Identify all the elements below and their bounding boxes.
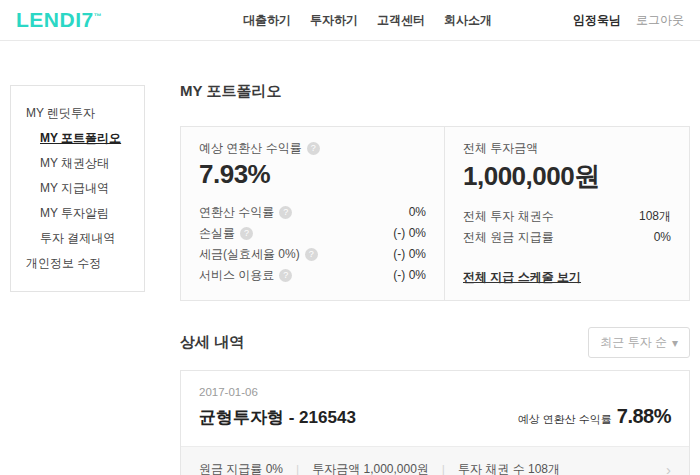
footer-separator: |: [442, 463, 445, 475]
loss-rate-value: (-) 0%: [393, 223, 426, 244]
sidebar-item-invest-settlements[interactable]: 투자 결제내역: [26, 226, 144, 251]
principal-paid-value: 0%: [654, 227, 671, 248]
service-fee-value: (-) 0%: [393, 265, 426, 286]
tax-label: 세금(실효세율 0%): [199, 244, 300, 265]
chevron-right-icon[interactable]: ›: [666, 464, 671, 475]
investment-yield-value: 7.88%: [617, 405, 671, 427]
loss-rate-label: 손실률: [199, 223, 235, 244]
total-amount-value: 1,000,000원: [463, 159, 671, 194]
sidebar-item-my-note-status[interactable]: MY 채권상태: [26, 151, 144, 176]
lendit-logo[interactable]: LENDI7™: [16, 8, 102, 32]
expected-yield-label: 예상 연환산 수익률: [199, 141, 302, 155]
yield-column: 예상 연환산 수익률 ? 7.93% 연환산 수익률 ? 0% 손실률 ?: [181, 127, 444, 300]
help-icon[interactable]: ?: [279, 269, 292, 282]
tax-row: 세금(실효세율 0%) ? (-) 0%: [199, 244, 426, 265]
sort-dropdown-button[interactable]: 최근 투자 순 ▾: [588, 327, 690, 358]
tax-value: (-) 0%: [393, 244, 426, 265]
annualized-yield-value: 0%: [409, 202, 426, 223]
sort-dropdown-label: 최근 투자 순: [600, 334, 667, 351]
service-fee-row: 서비스 이용료 ? (-) 0%: [199, 265, 426, 286]
main-column: MY 포트폴리오 예상 연환산 수익률 ? 7.93% 연환산 수익률 ? 0%: [180, 41, 690, 475]
trademark-mark: ™: [94, 12, 103, 21]
investment-title[interactable]: 균형투자형 - 216543: [199, 406, 356, 429]
user-area: 임정욱님 로그아웃: [573, 12, 684, 29]
payment-schedule-link[interactable]: 전체 지급 스케줄 보기: [463, 269, 581, 286]
nav-item-invest[interactable]: 투자하기: [310, 12, 358, 29]
help-icon[interactable]: ?: [279, 206, 292, 219]
loss-rate-row: 손실률 ? (-) 0%: [199, 223, 426, 244]
help-icon[interactable]: ?: [305, 248, 318, 261]
sidebar: MY 렌딧투자 MY 포트폴리오 MY 채권상태 MY 지급내역 MY 투자알림…: [10, 85, 145, 292]
sidebar-item-my-portfolio[interactable]: MY 포트폴리오: [26, 126, 144, 151]
user-name[interactable]: 임정욱님: [573, 12, 621, 29]
footer-note-count: 투자 채권 수 108개: [458, 461, 560, 475]
investment-date: 2017-01-06: [199, 386, 356, 398]
page-title: MY 포트폴리오: [180, 82, 690, 101]
principal-paid-row: 전체 원금 지급률 0%: [463, 227, 671, 248]
main-nav: 대출하기 투자하기 고객센터 회사소개: [243, 12, 492, 29]
investment-yield: 예상 연환산 수익률7.88%: [518, 405, 671, 429]
investment-card-footer[interactable]: 원금 지급률 0% | 투자금액 1,000,000원 | 투자 채권 수 10…: [181, 446, 689, 475]
page-content: MY 렌딧투자 MY 포트폴리오 MY 채권상태 MY 지급내역 MY 투자알림…: [0, 41, 700, 475]
annualized-yield-label: 연환산 수익률: [199, 202, 274, 223]
sidebar-item-my-invest-alerts[interactable]: MY 투자알림: [26, 201, 144, 226]
nav-item-about[interactable]: 회사소개: [444, 12, 492, 29]
investment-card: 2017-01-06 균형투자형 - 216543 예상 연환산 수익률7.88…: [180, 370, 690, 475]
nav-item-loan[interactable]: 대출하기: [243, 12, 291, 29]
top-navbar: LENDI7™ 대출하기 투자하기 고객센터 회사소개 임정욱님 로그아웃: [0, 0, 700, 41]
total-notes-label: 전체 투자 채권수: [463, 206, 554, 227]
portfolio-summary-box: 예상 연환산 수익률 ? 7.93% 연환산 수익률 ? 0% 손실률 ?: [180, 126, 690, 301]
annualized-yield-row: 연환산 수익률 ? 0%: [199, 202, 426, 223]
principal-paid-label: 전체 원금 지급률: [463, 227, 554, 248]
nav-item-support[interactable]: 고객센터: [377, 12, 425, 29]
chevron-down-icon: ▾: [672, 336, 678, 350]
investment-card-top: 2017-01-06 균형투자형 - 216543 예상 연환산 수익률7.88…: [181, 371, 689, 446]
sidebar-item-my-lendit-invest[interactable]: MY 렌딧투자: [26, 101, 144, 126]
total-notes-value: 108개: [639, 206, 671, 227]
total-amount-label: 전체 투자금액: [463, 141, 538, 155]
footer-invested-amount: 투자금액 1,000,000원: [312, 461, 429, 475]
total-amount-label-row: 전체 투자금액: [463, 141, 671, 155]
investment-yield-label: 예상 연환산 수익률: [518, 413, 612, 425]
logout-link[interactable]: 로그아웃: [636, 12, 684, 29]
footer-separator: |: [296, 463, 299, 475]
expected-yield-value: 7.93%: [199, 159, 426, 190]
help-icon[interactable]: ?: [307, 142, 320, 155]
sidebar-item-edit-profile[interactable]: 개인정보 수정: [26, 251, 144, 276]
amount-column: 전체 투자금액 1,000,000원 전체 투자 채권수 108개 전체 원금 …: [444, 127, 689, 300]
footer-principal-paid: 원금 지급률 0%: [199, 461, 283, 475]
total-notes-row: 전체 투자 채권수 108개: [463, 206, 671, 227]
details-title: 상세 내역: [180, 333, 244, 352]
service-fee-label: 서비스 이용료: [199, 265, 274, 286]
help-icon[interactable]: ?: [240, 227, 253, 240]
expected-yield-label-row: 예상 연환산 수익률 ?: [199, 141, 426, 155]
sidebar-item-my-payments[interactable]: MY 지급내역: [26, 176, 144, 201]
logo-text: LENDI7: [16, 8, 94, 31]
details-header: 상세 내역 최근 투자 순 ▾: [180, 327, 690, 358]
investment-card-info: 2017-01-06 균형투자형 - 216543: [199, 386, 356, 429]
